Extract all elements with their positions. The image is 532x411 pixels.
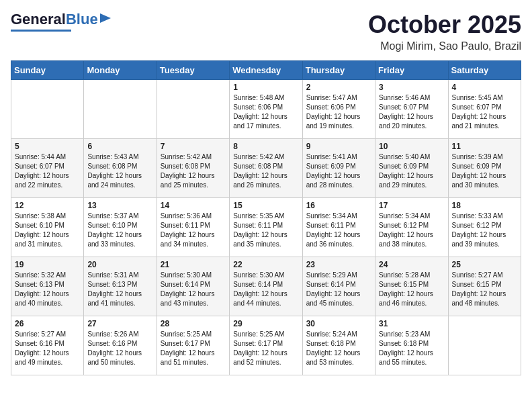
day-number: 8 bbox=[233, 142, 298, 151]
cell-daylight-info: Sunrise: 5:43 AM Sunset: 6:08 PM Dayligh… bbox=[87, 152, 152, 190]
day-number: 5 bbox=[15, 142, 80, 151]
day-number: 19 bbox=[15, 260, 80, 269]
day-number: 10 bbox=[379, 142, 444, 151]
day-number: 31 bbox=[379, 319, 444, 328]
calendar-cell: 6Sunrise: 5:43 AM Sunset: 6:08 PM Daylig… bbox=[84, 139, 157, 198]
calendar-week-row: 19Sunrise: 5:32 AM Sunset: 6:13 PM Dayli… bbox=[11, 257, 521, 316]
calendar-cell: 2Sunrise: 5:47 AM Sunset: 6:06 PM Daylig… bbox=[302, 80, 375, 139]
calendar-cell: 19Sunrise: 5:32 AM Sunset: 6:13 PM Dayli… bbox=[11, 257, 84, 316]
calendar-cell: 30Sunrise: 5:24 AM Sunset: 6:18 PM Dayli… bbox=[302, 316, 375, 375]
calendar-cell bbox=[11, 80, 84, 139]
cell-daylight-info: Sunrise: 5:41 AM Sunset: 6:09 PM Dayligh… bbox=[306, 152, 371, 190]
weekday-header-monday: Monday bbox=[84, 61, 157, 80]
calendar-cell: 9Sunrise: 5:41 AM Sunset: 6:09 PM Daylig… bbox=[302, 139, 375, 198]
day-number: 9 bbox=[306, 142, 371, 151]
logo: GeneralBlue bbox=[11, 11, 111, 32]
calendar-week-row: 26Sunrise: 5:27 AM Sunset: 6:16 PM Dayli… bbox=[11, 316, 521, 375]
calendar-week-row: 5Sunrise: 5:44 AM Sunset: 6:07 PM Daylig… bbox=[11, 139, 521, 198]
cell-daylight-info: Sunrise: 5:38 AM Sunset: 6:10 PM Dayligh… bbox=[15, 212, 80, 249]
day-number: 25 bbox=[452, 260, 517, 269]
calendar-cell: 29Sunrise: 5:25 AM Sunset: 6:17 PM Dayli… bbox=[230, 316, 302, 375]
day-number: 26 bbox=[15, 319, 80, 328]
calendar-cell: 27Sunrise: 5:26 AM Sunset: 6:16 PM Dayli… bbox=[84, 316, 157, 375]
calendar-cell bbox=[448, 316, 521, 375]
cell-daylight-info: Sunrise: 5:44 AM Sunset: 6:07 PM Dayligh… bbox=[15, 152, 80, 190]
weekday-header-thursday: Thursday bbox=[302, 61, 375, 80]
logo-arrow-icon bbox=[100, 13, 111, 26]
weekday-header-tuesday: Tuesday bbox=[157, 61, 229, 80]
cell-daylight-info: Sunrise: 5:45 AM Sunset: 6:07 PM Dayligh… bbox=[452, 93, 517, 131]
calendar-cell bbox=[84, 80, 157, 139]
calendar-cell: 24Sunrise: 5:28 AM Sunset: 6:15 PM Dayli… bbox=[375, 257, 448, 316]
day-number: 29 bbox=[233, 319, 298, 328]
day-number: 28 bbox=[161, 319, 226, 328]
month-year-title: October 2025 bbox=[368, 11, 521, 39]
day-number: 24 bbox=[379, 260, 444, 269]
weekday-header-wednesday: Wednesday bbox=[230, 61, 302, 80]
calendar-cell: 23Sunrise: 5:29 AM Sunset: 6:14 PM Dayli… bbox=[302, 257, 375, 316]
location-subtitle: Mogi Mirim, Sao Paulo, Brazil bbox=[368, 40, 521, 52]
day-number: 11 bbox=[452, 142, 517, 151]
calendar-cell: 17Sunrise: 5:34 AM Sunset: 6:12 PM Dayli… bbox=[375, 198, 448, 257]
calendar-week-row: 1Sunrise: 5:48 AM Sunset: 6:06 PM Daylig… bbox=[11, 80, 521, 139]
svg-marker-0 bbox=[100, 13, 111, 23]
day-number: 6 bbox=[87, 142, 152, 151]
calendar-cell: 28Sunrise: 5:25 AM Sunset: 6:17 PM Dayli… bbox=[157, 316, 229, 375]
cell-daylight-info: Sunrise: 5:23 AM Sunset: 6:18 PM Dayligh… bbox=[379, 330, 444, 367]
weekday-header-row: SundayMondayTuesdayWednesdayThursdayFrid… bbox=[11, 61, 521, 80]
cell-daylight-info: Sunrise: 5:40 AM Sunset: 6:09 PM Dayligh… bbox=[379, 152, 444, 190]
cell-daylight-info: Sunrise: 5:25 AM Sunset: 6:17 PM Dayligh… bbox=[161, 330, 226, 367]
cell-daylight-info: Sunrise: 5:30 AM Sunset: 6:14 PM Dayligh… bbox=[233, 271, 298, 308]
cell-daylight-info: Sunrise: 5:27 AM Sunset: 6:15 PM Dayligh… bbox=[452, 271, 517, 308]
cell-daylight-info: Sunrise: 5:30 AM Sunset: 6:14 PM Dayligh… bbox=[161, 271, 226, 308]
day-number: 16 bbox=[306, 201, 371, 210]
calendar-cell: 15Sunrise: 5:35 AM Sunset: 6:11 PM Dayli… bbox=[230, 198, 302, 257]
calendar-cell: 7Sunrise: 5:42 AM Sunset: 6:08 PM Daylig… bbox=[157, 139, 229, 198]
cell-daylight-info: Sunrise: 5:47 AM Sunset: 6:06 PM Dayligh… bbox=[306, 93, 371, 131]
day-number: 30 bbox=[306, 319, 371, 328]
logo-underline bbox=[11, 30, 71, 32]
weekday-header-friday: Friday bbox=[375, 61, 448, 80]
calendar-cell: 14Sunrise: 5:36 AM Sunset: 6:11 PM Dayli… bbox=[157, 198, 229, 257]
day-number: 21 bbox=[161, 260, 226, 269]
calendar-cell: 3Sunrise: 5:46 AM Sunset: 6:07 PM Daylig… bbox=[375, 80, 448, 139]
calendar-cell: 20Sunrise: 5:31 AM Sunset: 6:13 PM Dayli… bbox=[84, 257, 157, 316]
calendar-cell: 11Sunrise: 5:39 AM Sunset: 6:09 PM Dayli… bbox=[448, 139, 521, 198]
calendar-cell: 5Sunrise: 5:44 AM Sunset: 6:07 PM Daylig… bbox=[11, 139, 84, 198]
calendar-cell: 13Sunrise: 5:37 AM Sunset: 6:10 PM Dayli… bbox=[84, 198, 157, 257]
weekday-header-saturday: Saturday bbox=[448, 61, 521, 80]
logo-blue: Blue bbox=[66, 11, 98, 28]
calendar-cell: 1Sunrise: 5:48 AM Sunset: 6:06 PM Daylig… bbox=[230, 80, 302, 139]
day-number: 15 bbox=[233, 201, 298, 210]
day-number: 3 bbox=[379, 83, 444, 92]
calendar-cell: 26Sunrise: 5:27 AM Sunset: 6:16 PM Dayli… bbox=[11, 316, 84, 375]
cell-daylight-info: Sunrise: 5:36 AM Sunset: 6:11 PM Dayligh… bbox=[161, 212, 226, 249]
cell-daylight-info: Sunrise: 5:35 AM Sunset: 6:11 PM Dayligh… bbox=[233, 212, 298, 249]
cell-daylight-info: Sunrise: 5:34 AM Sunset: 6:11 PM Dayligh… bbox=[306, 212, 371, 249]
cell-daylight-info: Sunrise: 5:48 AM Sunset: 6:06 PM Dayligh… bbox=[233, 93, 298, 131]
day-number: 27 bbox=[87, 319, 152, 328]
day-number: 12 bbox=[15, 201, 80, 210]
page-header: GeneralBlue October 2025 Mogi Mirim, Sao… bbox=[11, 11, 521, 52]
cell-daylight-info: Sunrise: 5:25 AM Sunset: 6:17 PM Dayligh… bbox=[233, 330, 298, 367]
cell-daylight-info: Sunrise: 5:32 AM Sunset: 6:13 PM Dayligh… bbox=[15, 271, 80, 308]
calendar-week-row: 12Sunrise: 5:38 AM Sunset: 6:10 PM Dayli… bbox=[11, 198, 521, 257]
day-number: 22 bbox=[233, 260, 298, 269]
calendar-cell: 16Sunrise: 5:34 AM Sunset: 6:11 PM Dayli… bbox=[302, 198, 375, 257]
calendar-cell: 21Sunrise: 5:30 AM Sunset: 6:14 PM Dayli… bbox=[157, 257, 229, 316]
calendar-cell: 4Sunrise: 5:45 AM Sunset: 6:07 PM Daylig… bbox=[448, 80, 521, 139]
calendar-cell: 22Sunrise: 5:30 AM Sunset: 6:14 PM Dayli… bbox=[230, 257, 302, 316]
day-number: 17 bbox=[379, 201, 444, 210]
day-number: 1 bbox=[233, 83, 298, 92]
cell-daylight-info: Sunrise: 5:34 AM Sunset: 6:12 PM Dayligh… bbox=[379, 212, 444, 249]
day-number: 2 bbox=[306, 83, 371, 92]
calendar-cell: 18Sunrise: 5:33 AM Sunset: 6:12 PM Dayli… bbox=[448, 198, 521, 257]
cell-daylight-info: Sunrise: 5:29 AM Sunset: 6:14 PM Dayligh… bbox=[306, 271, 371, 308]
title-block: October 2025 Mogi Mirim, Sao Paulo, Braz… bbox=[368, 11, 521, 52]
cell-daylight-info: Sunrise: 5:42 AM Sunset: 6:08 PM Dayligh… bbox=[233, 152, 298, 190]
cell-daylight-info: Sunrise: 5:33 AM Sunset: 6:12 PM Dayligh… bbox=[452, 212, 517, 249]
logo-general: General bbox=[11, 11, 66, 28]
calendar-cell: 31Sunrise: 5:23 AM Sunset: 6:18 PM Dayli… bbox=[375, 316, 448, 375]
day-number: 20 bbox=[87, 260, 152, 269]
calendar-cell: 10Sunrise: 5:40 AM Sunset: 6:09 PM Dayli… bbox=[375, 139, 448, 198]
